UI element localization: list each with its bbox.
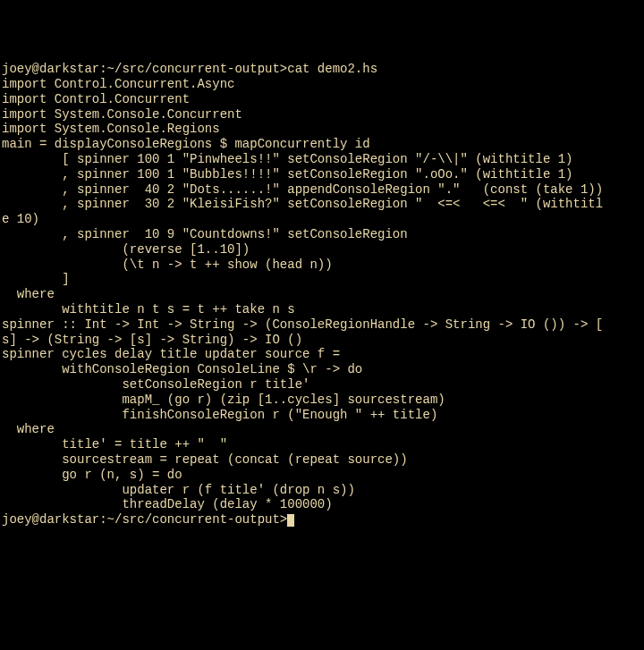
code-line: sourcestream = repeat (concat (repeat so… <box>2 452 642 468</box>
code-line: import System.Console.Regions <box>2 122 642 137</box>
code-line: , spinner 40 2 "Dots......!" appendConso… <box>2 182 642 198</box>
code-line: withConsoleRegion ConsoleLine $ \r -> do <box>2 362 642 377</box>
code-line: spinner :: Int -> Int -> String -> (Cons… <box>2 317 642 333</box>
prompt-line-2: joey@darkstar:~/src/concurrent-output> <box>2 512 642 528</box>
code-line: (\t n -> t ++ show (head n)) <box>2 257 642 273</box>
code-line: [ spinner 100 1 "Pinwheels!!" setConsole… <box>2 152 642 167</box>
code-line: where <box>2 422 642 437</box>
code-line: (reverse [1..10]) <box>2 242 642 257</box>
code-line: withtitle n t s = t ++ take n s <box>2 302 642 317</box>
code-line: e 10) <box>2 212 642 227</box>
cursor-icon <box>287 514 294 527</box>
code-line: import System.Console.Concurrent <box>2 107 642 122</box>
code-line: s] -> (String -> [s] -> String) -> IO () <box>2 333 642 348</box>
code-line: where <box>2 287 642 302</box>
code-line: import Control.Concurrent <box>2 92 642 107</box>
code-line: mapM_ (go r) (zip [1..cycles] sourcestre… <box>2 393 642 408</box>
code-line: title' = title ++ " " <box>2 437 642 452</box>
code-line: go r (n, s) = do <box>2 468 642 483</box>
code-line: main = displayConsoleRegions $ mapConcur… <box>2 137 642 152</box>
code-line: setConsoleRegion r title' <box>2 377 642 393</box>
code-line: spinner cycles delay title updater sourc… <box>2 347 642 362</box>
shell-prompt: joey@darkstar:~/src/concurrent-output> <box>2 512 287 527</box>
code-line: , spinner 30 2 "KleisiFish?" setConsoleR… <box>2 197 642 212</box>
code-line: import Control.Concurrent.Async <box>2 77 642 92</box>
code-line: , spinner 10 9 "Countdowns!" setConsoleR… <box>2 227 642 242</box>
code-line: threadDelay (delay * 100000) <box>2 497 642 512</box>
code-line: updater r (f title' (drop n s)) <box>2 483 642 498</box>
prompt-line-1: joey@darkstar:~/src/concurrent-output>ca… <box>2 62 642 77</box>
code-line: finishConsoleRegion r ("Enough " ++ titl… <box>2 408 642 423</box>
code-line: ] <box>2 272 642 287</box>
code-line: , spinner 100 1 "Bubbles!!!!" setConsole… <box>2 167 642 182</box>
shell-prompt: joey@darkstar:~/src/concurrent-output>ca… <box>2 62 377 76</box>
terminal[interactable]: joey@darkstar:~/src/concurrent-output>ca… <box>2 62 642 528</box>
